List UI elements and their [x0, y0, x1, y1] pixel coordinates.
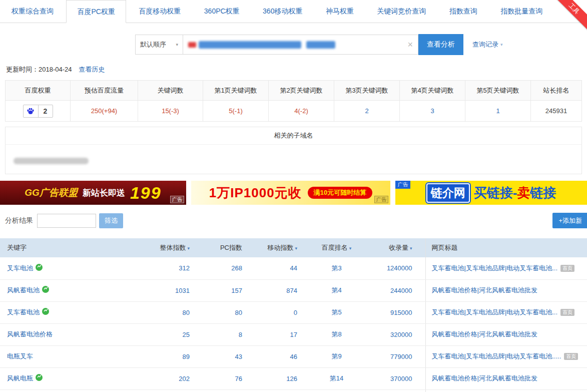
domain-search-input[interactable]: ×	[183, 35, 418, 55]
mobile-index-value[interactable]: 44	[290, 264, 297, 272]
page-title-link[interactable]: 叉车蓄电池|叉车电池品牌|电动叉车蓄电池...	[432, 264, 558, 272]
ad1-line: 新站长即送	[83, 187, 125, 199]
mobile-index-value[interactable]: 126	[286, 375, 297, 382]
ad-banner-lianjie[interactable]: 广告 链介网 买链接-卖链接	[395, 181, 587, 205]
mobile-index-value[interactable]: 0	[294, 309, 297, 316]
indexed-volume-value[interactable]: 915000	[390, 309, 412, 316]
page5-keywords-value[interactable]: 1	[465, 101, 531, 122]
indexed-volume-value[interactable]: 244000	[390, 287, 412, 294]
tab-weight-combined[interactable]: 权重综合查询	[1, 0, 64, 23]
page2-keywords-value[interactable]: 4(-2)	[269, 101, 334, 122]
table-row: 电瓶叉车 89 43 46 第9 779000 叉车蓄电池|叉车电池品牌|电动叉…	[0, 345, 587, 367]
col-pc-index[interactable]: PC指数	[203, 238, 255, 257]
filter-button[interactable]: 筛选	[99, 213, 123, 228]
keyword-link[interactable]: 叉车电池	[7, 264, 33, 272]
tab-360-mobile-weight[interactable]: 360移动权重	[252, 0, 313, 23]
col-indexed-volume[interactable]: 收录量▾	[363, 238, 425, 257]
analysis-result-label: 分析结果	[5, 216, 33, 225]
redacted-query-text-2	[306, 41, 335, 49]
page-title-link[interactable]: 风帆蓄电池价格|河北风帆蓄电池批发	[432, 330, 537, 338]
add-new-keyword-button[interactable]: +添加新	[552, 213, 587, 228]
overall-index-value[interactable]: 1031	[175, 287, 190, 294]
baidu-weight-widget[interactable]: 2	[23, 105, 53, 118]
tab-360-pc-weight[interactable]: 360PC权重	[194, 0, 250, 23]
tab-baidu-pc-weight[interactable]: 百度PC权重	[66, 0, 126, 23]
keyword-trend-icon[interactable]	[42, 286, 49, 293]
baidu-paw-icon	[24, 105, 39, 117]
indexed-volume-value[interactable]: 779000	[390, 353, 412, 360]
search-bar: 默认顺序 ▾ × 查看分析 查询记录 ▾	[0, 23, 587, 55]
related-subdomains-title: 相关的子域名	[6, 127, 581, 145]
overall-index-value[interactable]: 25	[183, 331, 190, 338]
page1-keywords-value[interactable]: 5(-1)	[203, 101, 269, 122]
pc-index-value[interactable]: 43	[235, 353, 242, 360]
baidu-rank-value[interactable]: 第8	[331, 330, 341, 338]
page-title-link[interactable]: 风帆蓄电池价格|河北风帆蓄电池批发	[432, 286, 537, 294]
redacted-query-mark	[188, 42, 196, 48]
baidu-rank-value[interactable]: 第3	[331, 264, 341, 272]
baidu-rank-value[interactable]: 第4	[331, 286, 341, 294]
page-title-link[interactable]: 风帆蓄电池价格|河北风帆蓄电池批发	[432, 374, 537, 382]
sort-caret-icon: ▾	[410, 246, 412, 251]
keyword-link[interactable]: 叉车蓄电池	[7, 308, 40, 316]
clear-input-icon[interactable]: ×	[407, 40, 413, 49]
tab-index-batch-query[interactable]: 指数批量查询	[490, 0, 553, 23]
homepage-badge: 首页	[560, 265, 574, 272]
table-row: 风帆蓄电池价格 25 8 17 第8 320000 风帆蓄电池价格|河北风帆蓄电…	[0, 323, 587, 345]
filter-input[interactable]	[37, 214, 96, 228]
mobile-index-value[interactable]: 17	[290, 331, 297, 338]
pc-index-value[interactable]: 76	[235, 375, 242, 382]
keyword-link[interactable]: 风帆蓄电池	[7, 286, 40, 294]
col-overall-index[interactable]: 整体指数▾	[150, 238, 203, 257]
page3-keywords-value[interactable]: 2	[334, 101, 400, 122]
redacted-subdomain[interactable]	[14, 158, 89, 164]
mobile-index-value[interactable]: 46	[290, 353, 297, 360]
ad3-sell-char: 卖	[517, 185, 530, 200]
overall-index-value[interactable]: 89	[183, 353, 190, 360]
baidu-rank-value[interactable]: 第9	[331, 352, 341, 360]
pc-index-value[interactable]: 80	[235, 309, 242, 316]
keyword-link[interactable]: 风帆蓄电池价格	[7, 330, 53, 338]
keyword-trend-icon[interactable]	[36, 374, 43, 381]
keyword-trend-icon[interactable]	[42, 308, 49, 315]
chevron-down-icon: ▾	[500, 42, 503, 47]
tab-shenma-weight[interactable]: 神马权重	[315, 0, 364, 23]
page-title-link[interactable]: 叉车蓄电池|叉车电池品牌|电动叉车蓄电池...	[432, 308, 558, 316]
baidu-rank-value[interactable]: 第5	[331, 308, 341, 316]
page-title-link[interactable]: 叉车蓄电池|叉车电池品牌|电动叉车蓄电池.....	[432, 352, 561, 360]
tab-keyword-bidding[interactable]: 关键词竞价查询	[366, 0, 436, 23]
related-subdomains-panel: 相关的子域名	[5, 127, 582, 174]
sort-order-select[interactable]: 默认顺序 ▾	[135, 35, 183, 55]
ad-banner-gg-alliance[interactable]: GG广告联盟 新站长即送 199 广告	[0, 181, 186, 205]
mobile-index-value[interactable]: 874	[286, 287, 297, 294]
query-history-label: 查询记录	[472, 40, 498, 49]
keyword-link[interactable]: 电瓶叉车	[7, 352, 33, 360]
col-baidu-rank[interactable]: 百度排名▾	[310, 238, 363, 257]
col-page2-keywords: 第2页关键词数	[269, 81, 334, 101]
overall-index-value[interactable]: 80	[183, 309, 190, 316]
pc-index-value[interactable]: 157	[231, 287, 242, 294]
keyword-count-value[interactable]: 15(-3)	[138, 101, 203, 122]
sort-caret-icon: ▾	[349, 246, 352, 251]
pc-index-value[interactable]: 8	[239, 331, 242, 338]
summary-value-row: 2 250(+94) 15(-3) 5(-1) 4(-2) 2 3 1 2459…	[6, 101, 582, 122]
indexed-volume-value[interactable]: 370000	[390, 375, 412, 382]
query-history-link[interactable]: 查询记录 ▾	[472, 40, 503, 49]
baidu-rank-value[interactable]: 第14	[330, 374, 343, 382]
analyze-button[interactable]: 查看分析	[418, 34, 463, 55]
tab-index-query[interactable]: 指数查询	[439, 0, 488, 23]
view-history-link[interactable]: 查看历史	[79, 66, 105, 73]
keyword-link[interactable]: 风帆电瓶	[7, 374, 33, 382]
overall-index-value[interactable]: 312	[179, 264, 190, 272]
overall-index-value[interactable]: 202	[179, 375, 190, 382]
est-traffic-value[interactable]: 250(+94)	[71, 101, 138, 122]
tab-baidu-mobile-weight[interactable]: 百度移动权重	[128, 0, 191, 23]
indexed-volume-value[interactable]: 320000	[390, 331, 412, 338]
pc-index-value[interactable]: 268	[231, 264, 242, 272]
indexed-volume-value[interactable]: 1240000	[387, 264, 412, 272]
col-mobile-index[interactable]: 移动指数▾	[255, 238, 310, 257]
page4-keywords-value[interactable]: 3	[400, 101, 465, 122]
update-time-row: 更新时间：2018-04-24 查看历史	[6, 65, 587, 74]
ad-banner-ip-buy[interactable]: 1万IP1000元收 满10元可随时结算 广告	[191, 181, 390, 205]
keyword-trend-icon[interactable]	[36, 264, 43, 271]
